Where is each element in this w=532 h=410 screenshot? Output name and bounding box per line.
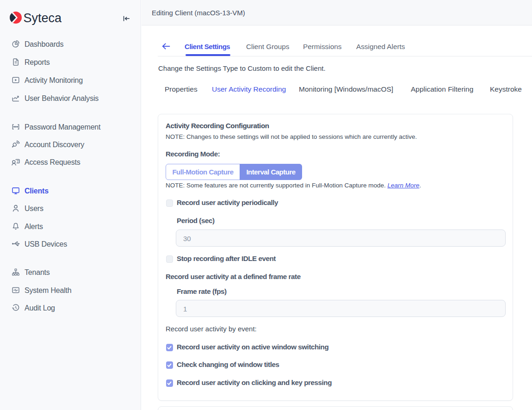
- svg-text:?: ?: [17, 159, 19, 163]
